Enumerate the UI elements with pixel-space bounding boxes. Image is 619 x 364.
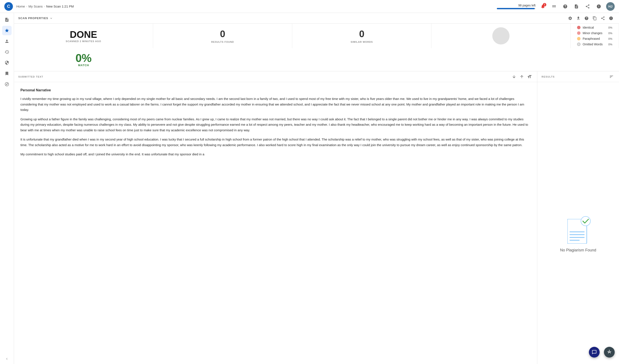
status-value: DONE (70, 29, 97, 40)
pages-progress-bar (497, 8, 535, 9)
chat-button[interactable] (589, 347, 600, 358)
pages-left-label: 98 pages left (518, 4, 535, 7)
scanned-label: SCANNED 2 MINUTES AGO (66, 40, 101, 42)
svg-point-6 (609, 350, 610, 351)
alert-button[interactable] (595, 3, 603, 10)
similar-words-block: 0 SIMILAR WORDS (292, 24, 431, 48)
help-icon-button[interactable] (583, 15, 590, 22)
scan-properties-title: SCAN PROPERTIES (18, 16, 53, 20)
document-button[interactable] (573, 3, 580, 10)
scan-properties-bar: SCAN PROPERTIES (14, 13, 619, 24)
sidebar-bottom (2, 356, 12, 362)
alert-icon-button[interactable] (607, 15, 615, 22)
legend-dot-omitted (577, 42, 580, 46)
grid-menu-button[interactable] (550, 3, 558, 10)
nav-right: 98 pages left 1 HJ (497, 2, 615, 11)
legend-pct-identical: 0% (605, 26, 612, 29)
similar-words-value: 0 (359, 28, 364, 39)
breadcrumb-current: New Scan 1:21 PM (46, 4, 74, 8)
pie-chart-block (431, 24, 571, 48)
submitted-text-actions (511, 73, 533, 80)
legend-item-minor: Minor changes 0% (577, 31, 612, 35)
legend-name-minor: Minor changes (583, 31, 603, 35)
submitted-text-panel: SUBMITTED TEXT Personal Narrative I vivi… (14, 71, 537, 364)
no-plagiarism-illustration (565, 216, 591, 244)
legend-pct-minor: 0% (605, 32, 612, 35)
checkmark-icon (580, 216, 591, 227)
sidebar-item-new-scan[interactable] (2, 15, 12, 25)
help-button[interactable] (561, 3, 569, 10)
legend-item-omitted: Omitted Words 0% (577, 42, 612, 46)
match-value: 0% (75, 53, 92, 64)
legend-dot-identical (577, 26, 580, 29)
legend-item-paraphrased: Paraphrased 0% (577, 37, 612, 40)
sidebar-item-shield[interactable] (2, 58, 12, 67)
results-header: RESULTS (537, 71, 619, 82)
sidebar-item-bookmark[interactable] (2, 69, 12, 78)
legend-dot-minor (577, 31, 580, 35)
legend-name-identical: Identical (583, 26, 603, 29)
submitted-text-title: SUBMITTED TEXT (18, 75, 43, 78)
sidebar-item-profile[interactable] (2, 37, 12, 46)
pie-chart (492, 27, 509, 44)
no-plagiarism-text: No Plagiarism Found (560, 248, 596, 253)
legend-dot-paraphrased (577, 37, 580, 40)
document-para-1: I vividly remember my time growing up in… (20, 96, 531, 113)
copy-icon-button[interactable] (591, 15, 598, 22)
font-icon-button[interactable] (526, 73, 533, 80)
legend-name-omitted: Omitted Words (583, 42, 603, 46)
document-title: Personal Narrative (20, 87, 531, 93)
sidebar-item-history[interactable] (2, 47, 12, 57)
submitted-text-header: SUBMITTED TEXT (14, 71, 537, 82)
notification-badge: 1 (543, 3, 546, 6)
breadcrumb-my-scans[interactable]: My Scans (28, 4, 42, 8)
legend-item-identical: Identical 0% (577, 26, 612, 29)
similar-words-label: SIMILAR WORDS (351, 40, 373, 43)
arrow-down-icon-button[interactable] (511, 73, 517, 80)
pages-left-container: 98 pages left (497, 4, 535, 9)
settings-icon-button[interactable] (566, 15, 574, 22)
submitted-text-content[interactable]: Personal Narrative I vividly remember my… (14, 82, 537, 364)
download-icon-button[interactable] (575, 15, 582, 22)
content-area: SUBMITTED TEXT Personal Narrative I vivi… (14, 71, 619, 364)
sidebar (0, 13, 14, 364)
sidebar-item-favorites[interactable] (2, 26, 12, 35)
document-para-3: It is unfortunate that my grandfather di… (20, 137, 531, 148)
app-logo[interactable]: C (4, 2, 13, 11)
breadcrumb-sep-2: › (44, 5, 45, 8)
document-para-2: Growing up without a father figure in th… (20, 116, 531, 133)
top-nav: C Home › My Scans › New Scan 1:21 PM 98 … (0, 0, 619, 13)
stats-area: DONE SCANNED 2 MINUTES AGO 0 RESULTS FOU… (14, 24, 619, 71)
legend-name-paraphrased: Paraphrased (583, 37, 603, 40)
user-avatar[interactable]: HJ (606, 2, 615, 11)
results-panel: RESULTS (537, 71, 619, 364)
scan-props-actions (566, 15, 615, 22)
sidebar-toggle-button[interactable] (2, 356, 12, 362)
share-icon-button[interactable] (599, 15, 606, 22)
document-para-4: My commitment to high school studies pai… (20, 151, 531, 157)
breadcrumb: Home › My Scans › New Scan 1:21 PM (16, 4, 74, 8)
svg-point-5 (581, 216, 591, 226)
breadcrumb-sep-1: › (26, 5, 27, 8)
results-label: RESULTS FOUND (211, 40, 234, 43)
legend-pct-omitted: 0% (605, 43, 612, 46)
legend-block: Identical 0% Minor changes 0% Paraphrase… (571, 24, 619, 48)
results-block: 0 RESULTS FOUND (153, 24, 292, 48)
match-block: 0% MATCH (14, 48, 153, 71)
legend-pct-paraphrased: 0% (605, 37, 612, 40)
breadcrumb-home[interactable]: Home (16, 4, 25, 8)
share-button[interactable] (584, 3, 591, 10)
filter-icon-button[interactable] (608, 73, 615, 80)
match-label: MATCH (78, 64, 89, 67)
status-block: DONE SCANNED 2 MINUTES AGO (14, 24, 153, 48)
pages-progress-bar-container (497, 8, 535, 9)
scan-properties-label: SCAN PROPERTIES (18, 16, 48, 20)
arrow-up-icon-button[interactable] (519, 73, 525, 80)
notification-button[interactable]: 1 (539, 3, 547, 10)
sidebar-item-compass[interactable] (2, 80, 12, 89)
accessibility-button[interactable] (604, 347, 615, 358)
results-title: RESULTS (542, 75, 555, 78)
results-value: 0 (220, 28, 225, 39)
main-content: SCAN PROPERTIES DON (14, 13, 619, 364)
results-content: No Plagiarism Found (537, 82, 619, 364)
